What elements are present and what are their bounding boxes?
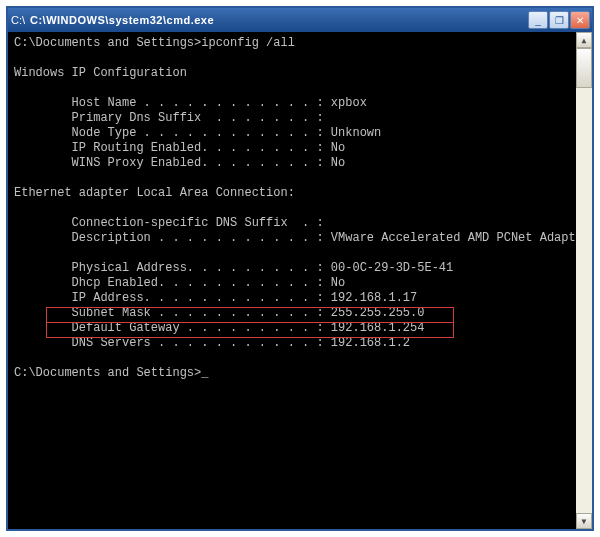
minimize-button[interactable]: _ [528, 11, 548, 29]
close-button[interactable]: ✕ [570, 11, 590, 29]
terminal-output[interactable]: C:\Documents and Settings>ipconfig /all … [8, 32, 592, 529]
vertical-scrollbar[interactable]: ▲ ▼ [576, 32, 592, 529]
cmd-window: C:\ C:\WINDOWS\system32\cmd.exe _ ❐ ✕ C:… [6, 6, 594, 531]
window-title: C:\WINDOWS\system32\cmd.exe [30, 14, 528, 26]
titlebar[interactable]: C:\ C:\WINDOWS\system32\cmd.exe _ ❐ ✕ [8, 8, 592, 32]
scroll-down-button[interactable]: ▼ [576, 513, 592, 529]
maximize-button[interactable]: ❐ [549, 11, 569, 29]
window-controls: _ ❐ ✕ [528, 11, 590, 29]
scroll-track[interactable] [576, 48, 592, 513]
cmd-icon: C:\ [10, 13, 26, 27]
scroll-thumb[interactable] [576, 48, 592, 88]
scroll-up-button[interactable]: ▲ [576, 32, 592, 48]
